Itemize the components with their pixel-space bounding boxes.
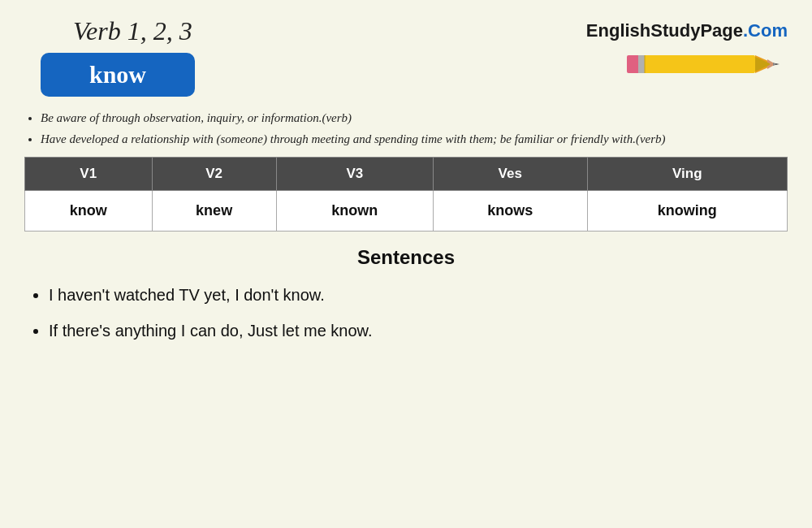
sentences-title: Sentences [24, 246, 788, 269]
sentence-2: If there's anything I can do, Just let m… [49, 316, 788, 345]
logo-text: EnglishStudyPage.Com [586, 20, 788, 41]
logo-main: EnglishStudyPage [586, 20, 743, 41]
logo-com: .Com [743, 20, 788, 41]
col-v2: V2 [152, 158, 276, 191]
col-ving: Ving [587, 158, 787, 191]
cell-v1: know [25, 191, 153, 232]
table-row: know knew known knows knowing [25, 191, 788, 232]
know-badge: know [41, 53, 195, 97]
svg-rect-3 [627, 55, 640, 73]
logo-area: EnglishStudyPage.Com [586, 20, 788, 82]
page-container: Verb 1, 2, 3 know EnglishStudyPage.Com [0, 0, 812, 528]
table-header-row: V1 V2 V3 Ves Ving [25, 158, 788, 191]
pencil-icon [625, 45, 788, 82]
cell-v2: knew [152, 191, 276, 232]
verb-title: Verb 1, 2, 3 [73, 16, 192, 46]
col-ves: Ves [433, 158, 587, 191]
definition-1: Be aware of through observation, inquiry… [41, 108, 788, 128]
sentence-1: I haven't watched TV yet, I don't know. [49, 280, 788, 309]
svg-marker-9 [775, 63, 780, 65]
definition-2: Have developed a relationship with (some… [41, 129, 788, 149]
verb-table: V1 V2 V3 Ves Ving know knew known knows … [24, 157, 788, 232]
cell-v3: known [276, 191, 433, 232]
sentences-list: I haven't watched TV yet, I don't know. … [49, 280, 788, 345]
cell-ves: knows [433, 191, 587, 232]
definitions-list: Be aware of through observation, inquiry… [24, 108, 788, 149]
svg-rect-4 [638, 55, 645, 73]
cell-ving: knowing [587, 191, 787, 232]
svg-rect-0 [633, 55, 755, 73]
col-v1: V1 [25, 158, 153, 191]
header-left: Verb 1, 2, 3 know [24, 16, 195, 97]
header: Verb 1, 2, 3 know EnglishStudyPage.Com [24, 16, 788, 97]
col-v3: V3 [276, 158, 433, 191]
